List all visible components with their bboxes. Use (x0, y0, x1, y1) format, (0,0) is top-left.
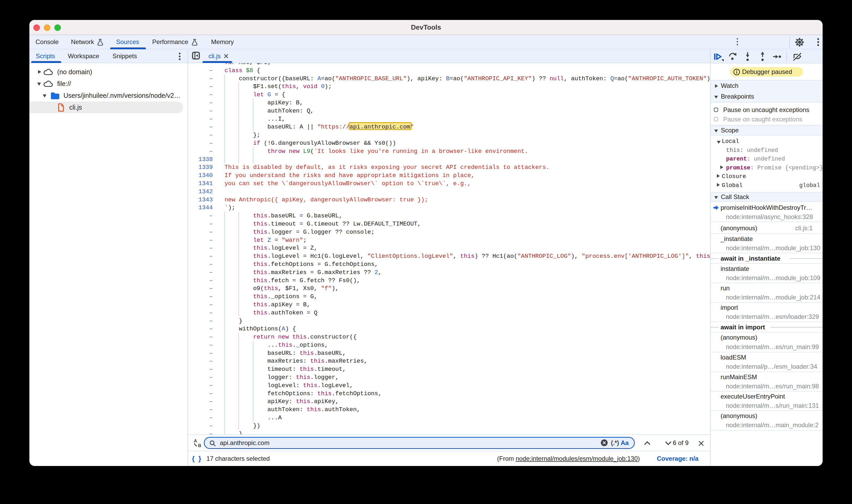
svg-text:B: B (198, 443, 201, 448)
svg-text:A: A (194, 439, 197, 444)
